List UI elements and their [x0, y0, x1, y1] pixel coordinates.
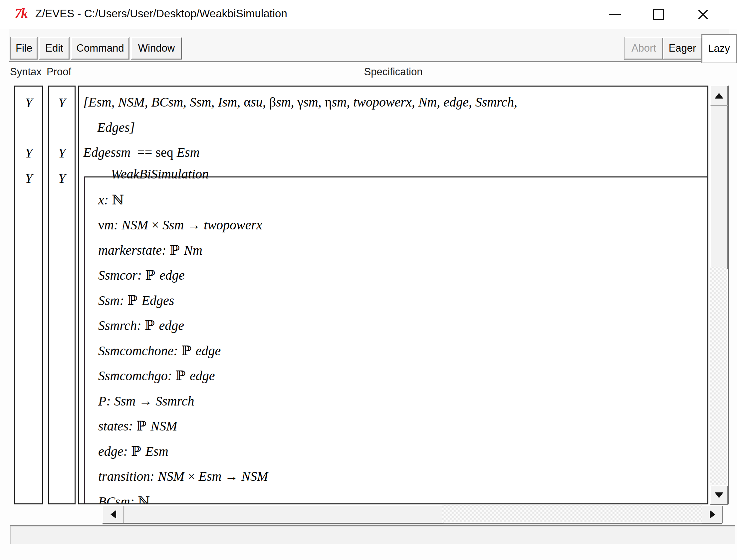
specification-panel[interactable]: [Esm, NSM, BCsm, Ssm, Ism, αsu, βsm, γsm…: [78, 86, 708, 504]
schema-declaration: BCsm: ℕ: [98, 494, 150, 505]
close-icon: [697, 9, 709, 21]
z-text-segment: Ssmcor:: [98, 268, 145, 283]
z-text-segment: ν: [98, 217, 104, 232]
minimize-button[interactable]: [601, 0, 628, 29]
z-text-segment: ℙ: [145, 267, 160, 283]
z-text-segment: ==: [134, 145, 156, 160]
z-text-segment: sm,: [303, 95, 325, 110]
schema-declaration: Ssm: ℙ Edges: [98, 293, 174, 308]
horizontal-scroll-thumb[interactable]: [124, 505, 443, 523]
z-text-segment: η: [325, 95, 332, 110]
menu-command[interactable]: Command: [71, 37, 129, 59]
z-text-segment: Ssm:: [98, 293, 128, 308]
z-text-segment: BCsm:: [98, 494, 138, 505]
z-text-segment: Esm: [146, 444, 169, 459]
horizontal-scroll-trough[interactable]: [442, 505, 702, 522]
zeves-window: 7k Z/EVES - C:/Users/User/Desktop/Weakbi…: [0, 0, 737, 560]
window-title: Z/EVES - C:/Users/User/Desktop/WeakbiSim…: [35, 7, 287, 20]
z-text-segment: su,: [251, 95, 269, 110]
z-text-segment: →: [139, 394, 156, 409]
z-text-segment: →: [187, 217, 204, 232]
z-text-segment: ℙ: [170, 242, 184, 258]
abort-button: Abort: [624, 37, 663, 59]
scroll-up-button[interactable]: [710, 86, 728, 106]
schema-declaration: P: Ssm → Ssmrch: [98, 393, 194, 409]
arrow-down-icon: [715, 492, 723, 498]
proof-column-header: Proof: [47, 66, 71, 78]
vertical-scrollbar[interactable]: [710, 86, 729, 504]
schema-declaration: markerstate: ℙ Nm: [98, 242, 202, 258]
z-text-segment: Ssmrch: [156, 394, 194, 409]
z-text-segment: edge: [190, 368, 215, 383]
schema-declaration: edge: ℙ Esm: [98, 443, 169, 459]
z-text-segment: x:: [98, 192, 112, 207]
z-text-segment: β: [269, 95, 276, 110]
arrow-right-icon: [710, 510, 715, 519]
z-text-segment: ℙ: [131, 443, 146, 459]
z-text-segment: twopowerx: [204, 217, 262, 232]
z-text-segment: Ssmrch:: [98, 318, 145, 333]
z-text-segment: ℙ: [182, 343, 196, 358]
horizontal-scrollbar[interactable]: [103, 505, 722, 524]
z-text-segment: edge: [160, 268, 185, 283]
z-text-segment: [Esm, NSM, BCsm, Ssm, Ism,: [83, 95, 244, 110]
menu-window[interactable]: Window: [131, 37, 182, 59]
z-text-segment: Edgessm: [83, 145, 134, 160]
z-text-segment: →: [225, 469, 241, 484]
z-text-segment: Esm: [177, 145, 200, 160]
syntax-status-panel[interactable]: YYY: [14, 86, 43, 504]
maximize-button[interactable]: [645, 0, 672, 29]
proof-status-panel[interactable]: YYY: [48, 86, 76, 504]
z-text-segment: WeakBiSimulation: [111, 166, 209, 181]
z-text-segment: edge: [196, 343, 221, 358]
z-text-segment: Edges]: [97, 120, 135, 135]
specification-column-header: Specification: [78, 66, 708, 78]
z-text-segment: edge:: [98, 444, 131, 459]
close-button[interactable]: [690, 0, 716, 29]
schema-declaration: x: ℕ: [98, 192, 124, 208]
z-text-segment: ℙ: [136, 418, 151, 433]
z-text-segment: ×: [188, 469, 199, 484]
z-text-segment: Ssmcomchone:: [98, 343, 182, 358]
proof-status: Y: [49, 145, 75, 161]
vertical-scroll-thumb[interactable]: [710, 106, 728, 269]
menu-file[interactable]: File: [11, 37, 37, 59]
z-text-segment: ℙ: [176, 368, 190, 383]
schema-declaration: Ssmcomchgo: ℙ edge: [98, 368, 215, 384]
z-text-segment: edge: [159, 318, 184, 333]
spec-paragraph-line: Edgessm == seq Esm: [83, 144, 200, 160]
z-text-segment: markerstate:: [98, 243, 170, 258]
syntax-column-header: Syntax: [10, 66, 42, 78]
z-text-segment: ℙ: [145, 318, 159, 333]
z-text-segment: P: Ssm: [98, 394, 139, 409]
arrow-left-icon: [111, 510, 116, 519]
z-text-segment: sm,: [276, 95, 297, 110]
z-text-segment: α: [244, 95, 251, 110]
arrow-up-icon: [715, 93, 723, 99]
maximize-icon: [653, 9, 664, 20]
z-text-segment: ℕ: [112, 192, 124, 207]
scroll-right-button[interactable]: [702, 505, 723, 523]
menu-edit[interactable]: Edit: [39, 37, 69, 59]
z-text-segment: Ssmcomchgo:: [98, 368, 176, 383]
z-text-segment: Edges: [142, 293, 175, 308]
schema-declaration: νm: NSM × Ssm → twopowerx: [98, 217, 262, 233]
eager-button[interactable]: Eager: [663, 37, 702, 59]
spec-paragraph-line: Edges]: [97, 120, 135, 135]
z-text-segment: NSM: [241, 469, 268, 484]
z-text-segment: transition: NSM: [98, 469, 188, 484]
titlebar: 7k Z/EVES - C:/Users/User/Desktop/Weakbi…: [0, 0, 737, 29]
z-text-segment: ℕ: [138, 494, 150, 505]
syntax-status: Y: [15, 95, 42, 111]
spec-paragraph-line: [Esm, NSM, BCsm, Ssm, Ism, αsu, βsm, γsm…: [83, 94, 517, 110]
tk-app-icon: 7k: [15, 5, 27, 21]
z-text-segment: sm, twopowerx, Nm, edge, Ssmrch,: [332, 95, 517, 110]
schema-declaration: states: ℙ NSM: [98, 418, 177, 434]
scroll-left-button[interactable]: [103, 505, 124, 523]
scroll-down-button[interactable]: [710, 485, 728, 505]
z-text-segment: NSM: [151, 419, 177, 433]
lazy-button[interactable]: Lazy: [702, 35, 736, 63]
vertical-scroll-trough[interactable]: [710, 267, 727, 485]
schema-declaration: Ssmrch: ℙ edge: [98, 318, 184, 333]
schema-declaration: Ssmcor: ℙ edge: [98, 267, 184, 283]
